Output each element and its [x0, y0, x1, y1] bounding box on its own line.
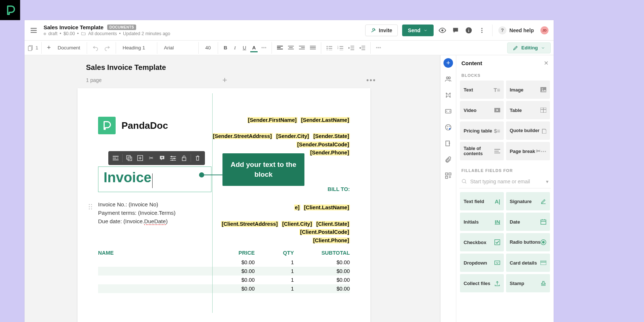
more-toolbar-icon[interactable]: •••: [374, 44, 383, 52]
automation-tab-icon[interactable]: [443, 139, 453, 148]
block-align-icon[interactable]: [111, 153, 121, 163]
field-dropdown[interactable]: Dropdown: [460, 254, 504, 272]
document-title: Sales Invoice Template: [44, 24, 104, 30]
info-icon[interactable]: [464, 26, 473, 35]
table-row[interactable]: $0.001$0.00: [98, 258, 350, 267]
outdent-icon[interactable]: [346, 44, 356, 52]
svg-point-12: [89, 204, 90, 205]
field-radio[interactable]: Radio buttons: [506, 233, 550, 251]
col-name-header: NAME: [98, 250, 199, 256]
block-text[interactable]: TextT≡: [460, 80, 504, 99]
svg-text:2: 2: [337, 47, 338, 49]
block-duplicate-icon[interactable]: [124, 153, 134, 163]
block-delete-icon[interactable]: [192, 153, 203, 163]
table-icon: [540, 108, 546, 113]
search-icon: [461, 179, 467, 184]
document-page[interactable]: PandaDoc [Sender.FirstName] [Sender.Last…: [78, 88, 370, 322]
need-help-button[interactable]: ? Need help: [498, 26, 534, 34]
bold-button[interactable]: B: [221, 44, 230, 52]
field-date[interactable]: Date: [506, 213, 550, 231]
breadcrumb[interactable]: All documents: [88, 31, 117, 36]
more-format-icon[interactable]: •••: [259, 44, 269, 52]
pages-button[interactable]: 1: [27, 45, 38, 51]
field-collect-files[interactable]: Collect files: [460, 274, 504, 292]
apps-tab-icon[interactable]: [443, 171, 453, 180]
align-right-icon[interactable]: [297, 44, 307, 52]
numbered-list-icon[interactable]: 12: [335, 44, 345, 52]
table-row[interactable]: $0.001$0.00: [98, 276, 350, 284]
document-dropdown[interactable]: Document: [54, 44, 84, 52]
block-cut-icon[interactable]: ✂: [146, 153, 156, 163]
indent-icon[interactable]: [357, 44, 367, 52]
undo-icon[interactable]: [90, 43, 101, 53]
preview-icon[interactable]: [438, 26, 447, 35]
block-pricing-table[interactable]: Pricing table$≡: [460, 121, 504, 140]
block-quote-builder[interactable]: Quote builder: [506, 121, 550, 140]
block-lock-icon[interactable]: [179, 153, 189, 163]
content-tab-icon[interactable]: +: [443, 58, 453, 68]
block-toc[interactable]: Table of contents: [460, 142, 504, 160]
svg-point-13: [91, 204, 92, 205]
field-checkbox[interactable]: Checkbox: [460, 233, 504, 251]
field-stamp[interactable]: Stamp: [506, 274, 550, 292]
svg-point-22: [173, 158, 175, 159]
invite-button[interactable]: Invite: [365, 25, 398, 36]
align-left-icon[interactable]: [275, 44, 285, 52]
svg-point-25: [446, 93, 447, 94]
invoice-heading-text: Invoice: [104, 170, 151, 185]
font-size-input[interactable]: 40: [202, 44, 215, 52]
field-card[interactable]: Card details: [506, 254, 550, 272]
variables-tab-icon[interactable]: [443, 106, 453, 116]
bullet-list-icon[interactable]: [324, 44, 334, 52]
design-tab-icon[interactable]: [443, 90, 453, 100]
add-icon[interactable]: +: [45, 42, 53, 53]
svg-point-4: [482, 31, 483, 33]
field-initials[interactable]: InitialsIN: [460, 213, 504, 231]
block-image[interactable]: Image: [506, 80, 550, 99]
block-settings-icon[interactable]: [168, 153, 178, 163]
editing-mode-button[interactable]: Editing: [507, 42, 551, 53]
date-icon: [540, 219, 546, 225]
table-row[interactable]: $0.001$0.00: [98, 284, 350, 293]
block-table[interactable]: Table: [506, 101, 550, 119]
initials-icon: IN: [495, 219, 500, 225]
send-label: Send: [408, 27, 420, 33]
align-center-icon[interactable]: [286, 44, 296, 52]
close-icon[interactable]: ✕: [544, 60, 548, 67]
themes-tab-icon[interactable]: [443, 123, 453, 132]
send-button[interactable]: Send: [402, 25, 434, 36]
card-icon: [540, 261, 546, 265]
recipients-tab-icon[interactable]: [443, 74, 453, 84]
more-icon[interactable]: [478, 26, 486, 35]
underline-button[interactable]: U: [240, 44, 249, 52]
block-comment-icon[interactable]: [157, 153, 167, 163]
help-icon: ?: [498, 26, 506, 34]
font-select[interactable]: Arial: [160, 44, 195, 52]
bill-to-label: BILL TO:: [221, 185, 350, 193]
field-signature[interactable]: Signature: [506, 192, 550, 210]
user-avatar[interactable]: JD: [540, 26, 548, 34]
invoice-heading-block[interactable]: Invoice: [98, 166, 211, 192]
redo-icon[interactable]: [102, 43, 113, 53]
table-row[interactable]: $0.001$0.00: [98, 267, 350, 276]
text-color-button[interactable]: A: [250, 44, 258, 52]
recipient-search[interactable]: Start typing name or email ▾: [459, 176, 551, 188]
drag-handle-icon[interactable]: [89, 204, 94, 212]
page-more-icon[interactable]: •••: [366, 76, 376, 85]
signature-icon: [540, 198, 546, 204]
attachments-tab-icon[interactable]: [443, 155, 453, 164]
menu-icon[interactable]: [30, 26, 38, 34]
add-page-icon[interactable]: +: [222, 75, 227, 85]
style-select[interactable]: Heading 1: [119, 44, 154, 52]
svg-rect-48: [495, 261, 500, 265]
need-help-label: Need help: [509, 27, 534, 33]
block-save-icon[interactable]: [135, 153, 145, 163]
block-video[interactable]: Video: [460, 101, 504, 119]
block-page-break[interactable]: Page break✂⋯: [506, 142, 550, 160]
field-text[interactable]: Text fieldA|: [460, 192, 504, 210]
comment-icon[interactable]: [451, 26, 460, 35]
pandadoc-logo-text: PandaDoc: [121, 120, 168, 131]
align-justify-icon[interactable]: [308, 44, 318, 52]
italic-button[interactable]: I: [231, 44, 239, 52]
col-sub-header: SUBTOTAL: [294, 250, 350, 256]
